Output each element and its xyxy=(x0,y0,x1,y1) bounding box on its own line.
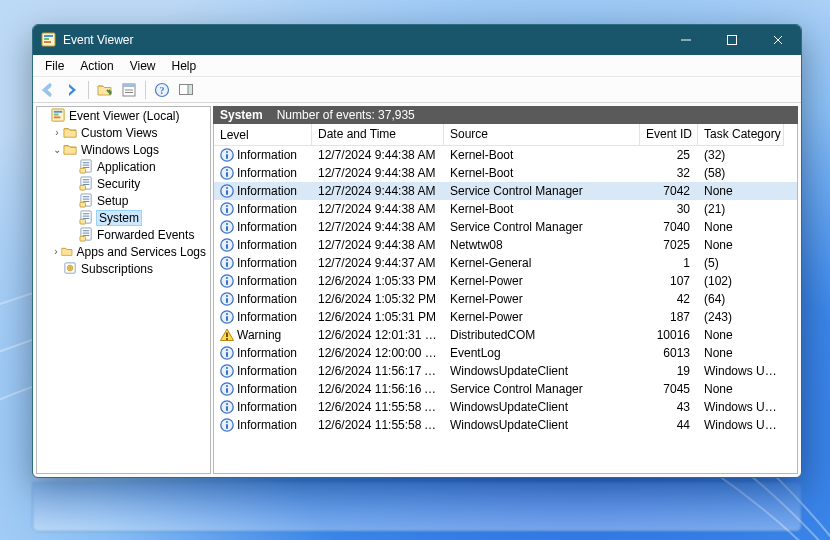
col-datetime[interactable]: Date and Time xyxy=(312,124,444,146)
info-icon xyxy=(220,292,234,306)
event-row[interactable]: Information12/6/2024 1:05:31 PMKernel-Po… xyxy=(214,308,797,326)
event-row[interactable]: Information12/6/2024 11:55:58 AMWindowsU… xyxy=(214,416,797,434)
toolbar xyxy=(33,77,801,103)
sub-icon xyxy=(63,261,78,276)
col-level[interactable]: Level xyxy=(214,124,312,146)
menu-bar: File Action View Help xyxy=(33,55,801,77)
cell-level: Information xyxy=(214,345,312,361)
cell-source: Kernel-Power xyxy=(444,309,640,325)
cell-task-cat: None xyxy=(698,219,784,235)
event-row[interactable]: Information12/6/2024 1:05:32 PMKernel-Po… xyxy=(214,290,797,308)
event-row[interactable]: Information12/7/2024 9:44:38 AMNetwtw087… xyxy=(214,236,797,254)
cell-event-id: 10016 xyxy=(640,327,698,343)
info-icon xyxy=(220,148,234,162)
event-row[interactable]: Information12/7/2024 9:44:37 AMKernel-Ge… xyxy=(214,254,797,272)
cell-level: Information xyxy=(214,273,312,289)
cell-source: Service Control Manager xyxy=(444,219,640,235)
back-button xyxy=(37,79,59,101)
cell-task-cat: (32) xyxy=(698,147,784,163)
info-icon xyxy=(220,274,234,288)
log-icon xyxy=(79,210,94,225)
cell-event-id: 42 xyxy=(640,291,698,307)
help-button[interactable] xyxy=(151,79,173,101)
event-row[interactable]: Information12/7/2024 9:44:38 AMKernel-Bo… xyxy=(214,200,797,218)
menu-file[interactable]: File xyxy=(37,57,72,75)
minimize-button[interactable] xyxy=(663,25,709,55)
cell-task-cat: Windows Up... xyxy=(698,399,784,415)
event-row[interactable]: Information12/6/2024 11:56:17 AMWindowsU… xyxy=(214,362,797,380)
event-row[interactable]: Information12/6/2024 11:55:58 AMWindowsU… xyxy=(214,398,797,416)
tree-node-system[interactable]: System xyxy=(37,209,210,226)
folder-icon xyxy=(63,142,78,157)
event-row[interactable]: Information12/6/2024 1:05:33 PMKernel-Po… xyxy=(214,272,797,290)
properties-button[interactable] xyxy=(118,79,140,101)
event-row[interactable]: Information12/6/2024 12:00:00 PMEventLog… xyxy=(214,344,797,362)
event-row[interactable]: Warning12/6/2024 12:01:31 PMDistributedC… xyxy=(214,326,797,344)
cell-datetime: 12/7/2024 9:44:37 AM xyxy=(312,255,444,271)
event-rows[interactable]: Information12/7/2024 9:44:38 AMKernel-Bo… xyxy=(214,146,797,473)
col-source[interactable]: Source xyxy=(444,124,640,146)
event-row[interactable]: Information12/6/2024 11:56:16 AMService … xyxy=(214,380,797,398)
cell-event-id: 44 xyxy=(640,417,698,433)
cell-datetime: 12/6/2024 1:05:33 PM xyxy=(312,273,444,289)
cell-task-cat: (102) xyxy=(698,273,784,289)
cell-source: Kernel-Boot xyxy=(444,147,640,163)
col-event-id[interactable]: Event ID xyxy=(640,124,698,146)
tree-node-security[interactable]: Security xyxy=(37,175,210,192)
cell-datetime: 12/7/2024 9:44:38 AM xyxy=(312,201,444,217)
cell-event-id: 7025 xyxy=(640,237,698,253)
tree-node-application[interactable]: Application xyxy=(37,158,210,175)
cell-datetime: 12/6/2024 1:05:32 PM xyxy=(312,291,444,307)
cell-source: EventLog xyxy=(444,345,640,361)
menu-action[interactable]: Action xyxy=(72,57,121,75)
cell-level: Information xyxy=(214,417,312,433)
cell-task-cat: Windows Up... xyxy=(698,417,784,433)
close-button[interactable] xyxy=(755,25,801,55)
twist-icon[interactable]: › xyxy=(51,246,61,257)
cell-level: Information xyxy=(214,147,312,163)
tree-node-setup[interactable]: Setup xyxy=(37,192,210,209)
cell-datetime: 12/7/2024 9:44:38 AM xyxy=(312,165,444,181)
cell-task-cat: (5) xyxy=(698,255,784,271)
cell-source: Netwtw08 xyxy=(444,237,640,253)
twist-icon[interactable]: ⌄ xyxy=(51,144,63,155)
cell-source: Kernel-General xyxy=(444,255,640,271)
event-row[interactable]: Information12/7/2024 9:44:38 AMService C… xyxy=(214,182,797,200)
open-log-button[interactable] xyxy=(94,79,116,101)
titlebar[interactable]: Event Viewer xyxy=(33,25,801,55)
cell-event-id: 32 xyxy=(640,165,698,181)
cell-level: Information xyxy=(214,309,312,325)
cell-datetime: 12/7/2024 9:44:38 AM xyxy=(312,183,444,199)
info-icon xyxy=(220,220,234,234)
event-row[interactable]: Information12/7/2024 9:44:38 AMKernel-Bo… xyxy=(214,146,797,164)
info-icon xyxy=(220,418,234,432)
panel-button[interactable] xyxy=(175,79,197,101)
cell-task-cat: (58) xyxy=(698,165,784,181)
tree-node-custom-views[interactable]: ›Custom Views xyxy=(37,124,210,141)
cell-task-cat: (243) xyxy=(698,309,784,325)
tree-node-windows-logs[interactable]: ⌄Windows Logs xyxy=(37,141,210,158)
event-row[interactable]: Information12/7/2024 9:44:38 AMService C… xyxy=(214,218,797,236)
menu-view[interactable]: View xyxy=(122,57,164,75)
tree-node-forwarded-events[interactable]: Forwarded Events xyxy=(37,226,210,243)
event-row[interactable]: Information12/7/2024 9:44:38 AMKernel-Bo… xyxy=(214,164,797,182)
tree-root[interactable]: Event Viewer (Local) xyxy=(37,107,210,124)
menu-help[interactable]: Help xyxy=(164,57,205,75)
col-task-category[interactable]: Task Category xyxy=(698,124,784,146)
twist-icon[interactable]: › xyxy=(51,127,63,138)
cell-level: Information xyxy=(214,183,312,199)
cell-datetime: 12/6/2024 11:55:58 AM xyxy=(312,417,444,433)
maximize-button[interactable] xyxy=(709,25,755,55)
tree-node-apps-and-services-logs[interactable]: ›Apps and Services Logs xyxy=(37,243,210,260)
cell-source: WindowsUpdateClient xyxy=(444,363,640,379)
cell-level: Information xyxy=(214,381,312,397)
tree-node-subscriptions[interactable]: Subscriptions xyxy=(37,260,210,277)
cell-source: Service Control Manager xyxy=(444,183,640,199)
cell-task-cat: None xyxy=(698,237,784,253)
navigation-tree[interactable]: Event Viewer (Local) ›Custom Views⌄Windo… xyxy=(36,106,211,474)
cell-event-id: 6013 xyxy=(640,345,698,361)
svg-rect-27 xyxy=(728,36,737,45)
cell-level: Information xyxy=(214,219,312,235)
forward-button[interactable] xyxy=(61,79,83,101)
cell-task-cat: None xyxy=(698,327,784,343)
